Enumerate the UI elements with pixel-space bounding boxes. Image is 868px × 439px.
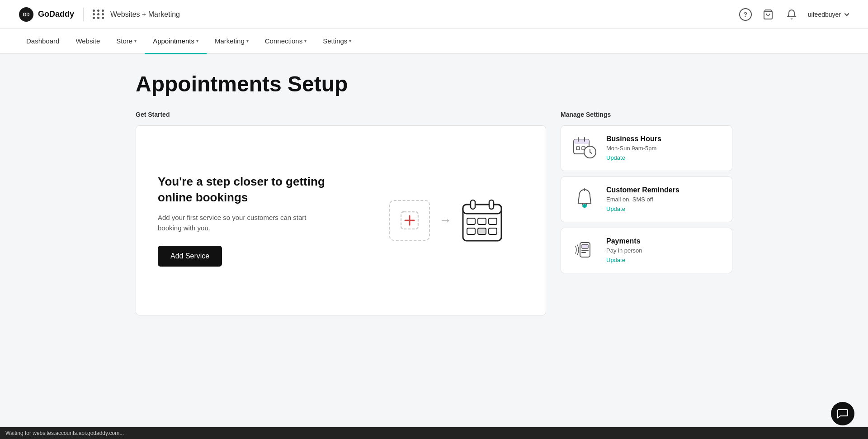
payments-subtitle: Pay in person	[606, 247, 721, 254]
nav-dashboard[interactable]: Dashboard	[18, 29, 67, 54]
logo[interactable]: GD GoDaddy	[18, 6, 74, 23]
customer-reminders-card: Customer Reminders Email on, SMS off Upd…	[561, 177, 732, 222]
card-heading: You're a step closer to getting online b…	[158, 174, 330, 205]
add-service-icon	[389, 200, 430, 241]
customer-reminders-update-link[interactable]: Update	[606, 205, 625, 212]
business-hours-card: Business Hours Mon-Sun 9am-5pm Update	[561, 125, 732, 171]
payments-icon	[572, 237, 597, 262]
business-hours-info: Business Hours Mon-Sun 9am-5pm Update	[606, 135, 721, 162]
marketing-chevron-icon: ▾	[246, 38, 249, 43]
arrow-right-icon: →	[439, 213, 452, 228]
connections-chevron-icon: ▾	[304, 38, 307, 43]
nav-divider	[83, 8, 84, 21]
appointments-chevron-icon: ▾	[196, 38, 198, 43]
nav-store[interactable]: Store ▾	[108, 29, 145, 54]
calendar-icon	[461, 196, 506, 245]
business-hours-subtitle: Mon-Sun 9am-5pm	[606, 145, 721, 152]
svg-rect-15	[489, 228, 497, 234]
svg-rect-8	[471, 200, 475, 209]
svg-rect-14	[478, 228, 486, 234]
top-bar: GD GoDaddy Websites + Marketing ?	[0, 0, 868, 29]
apps-grid-icon[interactable]	[93, 10, 105, 19]
customer-reminders-title: Customer Reminders	[606, 186, 721, 194]
manage-settings-label: Manage Settings	[561, 111, 732, 118]
svg-rect-20	[576, 147, 580, 150]
user-menu[interactable]: uifeedbuyer	[808, 11, 850, 18]
help-icon[interactable]: ?	[739, 8, 752, 21]
nav-appointments[interactable]: Appointments ▾	[145, 29, 207, 54]
user-chevron-icon	[844, 11, 850, 18]
page-title: Appointments Setup	[136, 72, 732, 96]
customer-reminders-info: Customer Reminders Email on, SMS off Upd…	[606, 186, 721, 213]
card-description: Add your first service so your customers…	[158, 213, 330, 233]
user-name: uifeedbuyer	[808, 11, 841, 18]
svg-rect-9	[489, 200, 494, 209]
customer-reminders-subtitle: Email on, SMS off	[606, 196, 721, 203]
payments-card: Payments Pay in person Update	[561, 228, 732, 273]
nav-bar: Dashboard Website Store ▾ Appointments ▾…	[0, 29, 868, 54]
payments-title: Payments	[606, 237, 721, 245]
svg-rect-11	[478, 218, 486, 224]
bell-icon[interactable]	[784, 7, 799, 22]
store-chevron-icon: ▾	[134, 38, 137, 43]
business-hours-update-link[interactable]: Update	[606, 154, 625, 161]
main-content: Appointments Setup Get Started You're a …	[118, 54, 750, 343]
payments-info: Payments Pay in person Update	[606, 237, 721, 264]
get-started-card: You're a step closer to getting online b…	[136, 125, 546, 315]
cart-icon[interactable]	[761, 7, 775, 22]
business-hours-title: Business Hours	[606, 135, 721, 143]
settings-chevron-icon: ▾	[349, 38, 351, 43]
card-content: You're a step closer to getting online b…	[158, 174, 330, 267]
nav-connections[interactable]: Connections ▾	[257, 29, 315, 54]
svg-text:GD: GD	[23, 12, 30, 17]
brand-name: GoDaddy	[38, 10, 74, 19]
plus-icon	[401, 211, 419, 229]
customer-reminders-icon	[572, 186, 597, 211]
nav-marketing[interactable]: Marketing ▾	[207, 29, 257, 54]
top-bar-left: GD GoDaddy Websites + Marketing	[18, 6, 180, 23]
svg-point-26	[582, 204, 587, 208]
booking-illustration: →	[389, 196, 506, 245]
svg-rect-17	[574, 139, 589, 144]
get-started-section: Get Started You're a step closer to gett…	[136, 111, 546, 315]
top-bar-right: ? uifeedbuyer	[739, 7, 850, 22]
nav-settings[interactable]: Settings ▾	[315, 29, 359, 54]
app-name: Websites + Marketing	[110, 10, 180, 19]
manage-settings-section: Manage Settings	[561, 111, 732, 279]
add-service-button[interactable]: Add Service	[158, 246, 222, 267]
svg-rect-28	[582, 244, 588, 248]
get-started-label: Get Started	[136, 111, 546, 118]
svg-rect-10	[467, 218, 475, 224]
svg-rect-7	[463, 205, 501, 214]
nav-website[interactable]: Website	[67, 29, 108, 54]
payments-update-link[interactable]: Update	[606, 257, 625, 263]
svg-rect-12	[489, 218, 497, 224]
svg-rect-13	[467, 228, 475, 234]
content-layout: Get Started You're a step closer to gett…	[136, 111, 732, 315]
godaddy-logo-icon: GD	[18, 6, 34, 23]
business-hours-icon	[572, 135, 597, 160]
